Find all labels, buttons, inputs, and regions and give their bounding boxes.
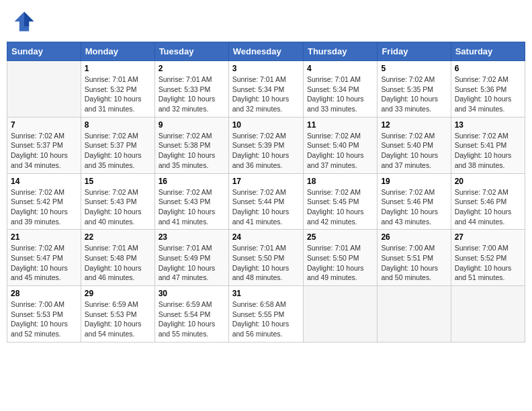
- calendar-cell: 25Sunrise: 7:01 AM Sunset: 5:50 PM Dayli…: [303, 230, 377, 286]
- day-number: 18: [307, 177, 373, 186]
- day-number: 23: [159, 232, 225, 242]
- calendar-cell: 28Sunrise: 7:00 AM Sunset: 5:53 PM Dayli…: [7, 286, 81, 342]
- day-header-tuesday: Tuesday: [154, 42, 228, 61]
- day-number: 21: [11, 232, 77, 242]
- day-info: Sunrise: 7:01 AM Sunset: 5:32 PM Dayligh…: [85, 75, 151, 114]
- day-info: Sunrise: 7:00 AM Sunset: 5:53 PM Dayligh…: [11, 300, 77, 339]
- logo-icon: [12, 9, 36, 34]
- calendar-cell: 5Sunrise: 7:02 AM Sunset: 5:35 PM Daylig…: [378, 61, 451, 118]
- day-info: Sunrise: 7:01 AM Sunset: 5:50 PM Dayligh…: [232, 243, 300, 283]
- calendar-cell: 9Sunrise: 7:02 AM Sunset: 5:38 PM Daylig…: [154, 117, 228, 173]
- calendar-header: SundayMondayTuesdayWednesdayThursdayFrid…: [7, 42, 525, 61]
- calendar-cell: [378, 286, 451, 342]
- svg-marker-1: [24, 12, 34, 27]
- day-info: Sunrise: 7:02 AM Sunset: 5:41 PM Dayligh…: [455, 131, 521, 171]
- day-number: 10: [232, 120, 300, 130]
- day-header-thursday: Thursday: [303, 42, 377, 61]
- day-info: Sunrise: 7:01 AM Sunset: 5:34 PM Dayligh…: [307, 75, 373, 114]
- day-info: Sunrise: 7:02 AM Sunset: 5:35 PM Dayligh…: [381, 75, 447, 114]
- week-row-1: 1Sunrise: 7:01 AM Sunset: 5:32 PM Daylig…: [7, 61, 525, 118]
- logo: [12, 9, 39, 34]
- calendar-cell: 8Sunrise: 7:02 AM Sunset: 5:37 PM Daylig…: [81, 117, 154, 173]
- day-info: Sunrise: 7:02 AM Sunset: 5:47 PM Dayligh…: [11, 243, 77, 283]
- day-number: 7: [11, 120, 77, 130]
- day-header-sunday: Sunday: [7, 42, 81, 61]
- week-row-5: 28Sunrise: 7:00 AM Sunset: 5:53 PM Dayli…: [7, 286, 525, 342]
- day-number: 12: [381, 120, 447, 130]
- calendar-cell: 26Sunrise: 7:00 AM Sunset: 5:51 PM Dayli…: [378, 230, 451, 286]
- day-number: 4: [307, 64, 373, 73]
- day-number: 13: [455, 120, 521, 130]
- calendar-cell: 3Sunrise: 7:01 AM Sunset: 5:34 PM Daylig…: [228, 61, 303, 118]
- day-number: 2: [159, 64, 225, 73]
- day-number: 16: [159, 177, 225, 186]
- week-row-2: 7Sunrise: 7:02 AM Sunset: 5:37 PM Daylig…: [7, 117, 525, 173]
- day-number: 17: [232, 177, 300, 186]
- header-row: SundayMondayTuesdayWednesdayThursdayFrid…: [7, 42, 525, 61]
- calendar-cell: 18Sunrise: 7:02 AM Sunset: 5:45 PM Dayli…: [303, 173, 377, 230]
- day-info: Sunrise: 6:59 AM Sunset: 5:54 PM Dayligh…: [159, 300, 225, 339]
- calendar-cell: [7, 61, 81, 118]
- day-number: 1: [85, 64, 151, 73]
- calendar-cell: 15Sunrise: 7:02 AM Sunset: 5:43 PM Dayli…: [81, 173, 154, 230]
- day-number: 9: [159, 120, 225, 130]
- calendar-cell: 17Sunrise: 7:02 AM Sunset: 5:44 PM Dayli…: [228, 173, 303, 230]
- day-info: Sunrise: 6:59 AM Sunset: 5:53 PM Dayligh…: [85, 300, 151, 339]
- calendar-cell: 21Sunrise: 7:02 AM Sunset: 5:47 PM Dayli…: [7, 230, 81, 286]
- week-row-3: 14Sunrise: 7:02 AM Sunset: 5:42 PM Dayli…: [7, 173, 525, 230]
- day-number: 22: [85, 232, 151, 242]
- calendar-cell: 10Sunrise: 7:02 AM Sunset: 5:39 PM Dayli…: [228, 117, 303, 173]
- day-info: Sunrise: 7:02 AM Sunset: 5:45 PM Dayligh…: [307, 187, 373, 227]
- day-number: 6: [455, 64, 521, 73]
- calendar-cell: 16Sunrise: 7:02 AM Sunset: 5:43 PM Dayli…: [154, 173, 228, 230]
- day-info: Sunrise: 7:02 AM Sunset: 5:37 PM Dayligh…: [85, 131, 151, 171]
- day-number: 5: [381, 64, 447, 73]
- calendar-table: SundayMondayTuesdayWednesdayThursdayFrid…: [7, 42, 525, 342]
- day-number: 15: [85, 177, 151, 186]
- day-header-friday: Friday: [378, 42, 451, 61]
- day-number: 29: [85, 289, 151, 298]
- calendar-cell: 13Sunrise: 7:02 AM Sunset: 5:41 PM Dayli…: [451, 117, 525, 173]
- day-info: Sunrise: 7:02 AM Sunset: 5:44 PM Dayligh…: [232, 187, 300, 227]
- day-number: 19: [381, 177, 447, 186]
- day-number: 8: [85, 120, 151, 130]
- day-header-monday: Monday: [81, 42, 154, 61]
- day-info: Sunrise: 7:02 AM Sunset: 5:43 PM Dayligh…: [85, 187, 151, 227]
- day-number: 26: [381, 232, 447, 242]
- day-number: 11: [307, 120, 373, 130]
- calendar-cell: 23Sunrise: 7:01 AM Sunset: 5:49 PM Dayli…: [154, 230, 228, 286]
- calendar-cell: 14Sunrise: 7:02 AM Sunset: 5:42 PM Dayli…: [7, 173, 81, 230]
- calendar-cell: 22Sunrise: 7:01 AM Sunset: 5:48 PM Dayli…: [81, 230, 154, 286]
- calendar-cell: 19Sunrise: 7:02 AM Sunset: 5:46 PM Dayli…: [378, 173, 451, 230]
- calendar-body: 1Sunrise: 7:01 AM Sunset: 5:32 PM Daylig…: [7, 61, 525, 342]
- calendar-cell: 2Sunrise: 7:01 AM Sunset: 5:33 PM Daylig…: [154, 61, 228, 118]
- day-info: Sunrise: 7:02 AM Sunset: 5:39 PM Dayligh…: [232, 131, 300, 171]
- day-number: 28: [11, 289, 77, 298]
- calendar-cell: 27Sunrise: 7:00 AM Sunset: 5:52 PM Dayli…: [451, 230, 525, 286]
- day-number: 31: [232, 289, 300, 298]
- day-info: Sunrise: 7:02 AM Sunset: 5:40 PM Dayligh…: [381, 131, 447, 171]
- calendar-cell: 12Sunrise: 7:02 AM Sunset: 5:40 PM Dayli…: [378, 117, 451, 173]
- day-info: Sunrise: 7:02 AM Sunset: 5:46 PM Dayligh…: [381, 187, 447, 227]
- day-info: Sunrise: 7:01 AM Sunset: 5:49 PM Dayligh…: [159, 243, 225, 283]
- day-info: Sunrise: 7:01 AM Sunset: 5:33 PM Dayligh…: [159, 75, 225, 114]
- day-info: Sunrise: 7:02 AM Sunset: 5:46 PM Dayligh…: [455, 187, 521, 227]
- calendar-cell: 24Sunrise: 7:01 AM Sunset: 5:50 PM Dayli…: [228, 230, 303, 286]
- day-info: Sunrise: 7:00 AM Sunset: 5:52 PM Dayligh…: [455, 243, 521, 283]
- calendar-cell: 7Sunrise: 7:02 AM Sunset: 5:37 PM Daylig…: [7, 117, 81, 173]
- day-info: Sunrise: 6:58 AM Sunset: 5:55 PM Dayligh…: [232, 300, 300, 339]
- day-info: Sunrise: 7:02 AM Sunset: 5:36 PM Dayligh…: [455, 75, 521, 114]
- week-row-4: 21Sunrise: 7:02 AM Sunset: 5:47 PM Dayli…: [7, 230, 525, 286]
- day-info: Sunrise: 7:01 AM Sunset: 5:34 PM Dayligh…: [232, 75, 300, 114]
- calendar-cell: [451, 286, 525, 342]
- calendar-cell: 4Sunrise: 7:01 AM Sunset: 5:34 PM Daylig…: [303, 61, 377, 118]
- calendar-cell: 29Sunrise: 6:59 AM Sunset: 5:53 PM Dayli…: [81, 286, 154, 342]
- day-number: 25: [307, 232, 373, 242]
- calendar-cell: [303, 286, 377, 342]
- day-info: Sunrise: 7:02 AM Sunset: 5:37 PM Dayligh…: [11, 131, 77, 171]
- calendar-cell: 11Sunrise: 7:02 AM Sunset: 5:40 PM Dayli…: [303, 117, 377, 173]
- calendar-cell: 30Sunrise: 6:59 AM Sunset: 5:54 PM Dayli…: [154, 286, 228, 342]
- day-number: 3: [232, 64, 300, 73]
- calendar-cell: 31Sunrise: 6:58 AM Sunset: 5:55 PM Dayli…: [228, 286, 303, 342]
- calendar-cell: 1Sunrise: 7:01 AM Sunset: 5:32 PM Daylig…: [81, 61, 154, 118]
